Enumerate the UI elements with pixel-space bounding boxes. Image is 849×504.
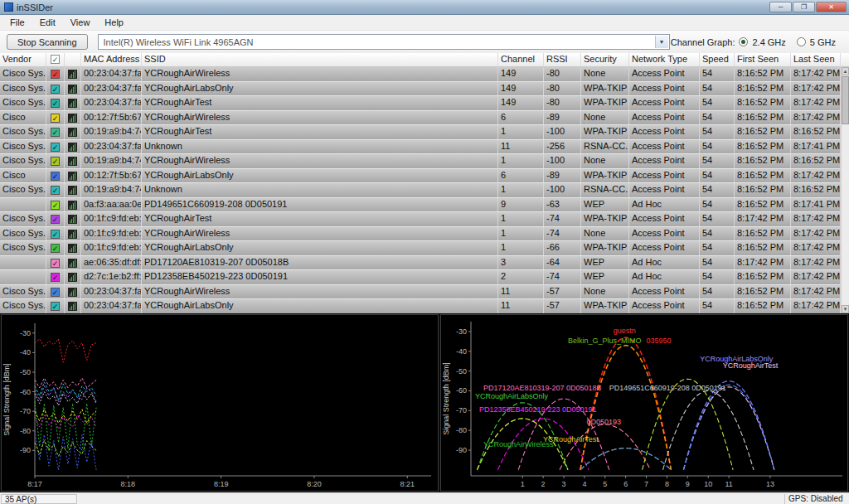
cell-first-seen: 8:16:52 PM: [735, 183, 791, 197]
signal-icon: [65, 270, 81, 284]
table-row[interactable]: Cisco✓00:12:7f:5b:67:e1YCRoughAirLabsOnl…: [0, 169, 849, 184]
network-checkbox[interactable]: ✓: [46, 299, 65, 313]
menu-help[interactable]: Help: [97, 16, 131, 29]
scrollbar-thumb[interactable]: [842, 76, 849, 124]
network-checkbox[interactable]: ✓: [46, 140, 65, 154]
table-row[interactable]: Cisco Sys...✓00:23:04:37:fa:6dYCRoughAir…: [0, 96, 849, 111]
table-row[interactable]: Cisco Sys...✓00:19:a9:b4:74:...YCRoughAi…: [0, 154, 849, 169]
inssider-window: inSSIDer ─ ❐ ✕ File Edit View Help Stop …: [0, 0, 849, 504]
cell-mac: 00:23:04:37:fa:60: [81, 285, 142, 299]
column-header-rssi[interactable]: RSSI: [544, 53, 581, 66]
svg-text:-80: -80: [20, 427, 31, 435]
svg-text:-80: -80: [456, 426, 467, 434]
table-row[interactable]: Cisco Sys...✓00:23:04:37:fa:6fYCRoughAir…: [0, 67, 849, 82]
cell-mac: 0a:f3:aa:aa:0e:03: [81, 198, 142, 212]
network-checkbox[interactable]: ✓: [46, 285, 65, 299]
cell-network-type: Access Point: [629, 154, 700, 168]
column-header-network-type[interactable]: Network Type: [629, 53, 700, 66]
column-header-speed[interactable]: Speed: [700, 53, 735, 66]
cell-first-seen: 8:16:52 PM: [735, 125, 791, 139]
column-header-security[interactable]: Security: [581, 53, 629, 66]
menu-file[interactable]: File: [2, 16, 32, 29]
minimize-button[interactable]: ─: [769, 2, 792, 12]
network-checkbox[interactable]: ✓: [46, 67, 65, 81]
network-checkbox[interactable]: ✓: [46, 198, 65, 212]
column-header-mac-address[interactable]: MAC Address: [81, 53, 142, 66]
network-checkbox[interactable]: ✓: [46, 82, 65, 96]
cell-last-seen: 8:17:42 PM: [791, 82, 841, 96]
column-header-col2[interactable]: [65, 53, 81, 66]
radio-5ghz-label: 5 GHz: [810, 37, 836, 47]
cell-first-seen: 8:16:52 PM: [735, 241, 791, 255]
table-row[interactable]: ✓0a:f3:aa:aa:0e:03PD149651C660919-208 0D…: [0, 198, 849, 213]
column-header-last-seen[interactable]: Last Seen: [791, 53, 841, 66]
svg-text:-70: -70: [456, 406, 467, 414]
cell-network-type: Access Point: [629, 241, 700, 255]
svg-text:3: 3: [561, 480, 565, 488]
column-header-vendor[interactable]: Vendor: [0, 53, 46, 66]
radio-5ghz[interactable]: [797, 37, 806, 46]
signal-icon: [65, 140, 81, 154]
cell-ssid: PD149651C660919-208 0D050191: [142, 198, 498, 212]
cell-channel: 3: [498, 256, 544, 270]
table-row[interactable]: Cisco Sys...✓00:23:04:37:fa:61YCRoughAir…: [0, 299, 849, 313]
network-checkbox[interactable]: ✓: [46, 96, 65, 110]
scroll-down-icon[interactable]: ▼: [842, 305, 849, 313]
cell-speed: 54: [700, 140, 735, 154]
table-row[interactable]: Cisco Sys...✓00:19:a9:b4:74...Unknown1-1…: [0, 183, 849, 198]
radio-24ghz[interactable]: [739, 37, 748, 46]
svg-text:8:20: 8:20: [307, 480, 322, 488]
table-row[interactable]: Cisco Sys...✓00:23:04:37:fa:6eYCRoughAir…: [0, 82, 849, 97]
network-checkbox[interactable]: ✓: [46, 111, 65, 125]
svg-text:6: 6: [623, 480, 628, 488]
column-header-first-seen[interactable]: First Seen: [735, 53, 791, 66]
cell-security: None: [581, 67, 629, 81]
adapter-dropdown[interactable]: Intel(R) Wireless WiFi Link 4965AGN ▼: [98, 34, 670, 50]
chevron-down-icon[interactable]: ▼: [655, 36, 668, 48]
network-checkbox[interactable]: ✓: [46, 183, 65, 197]
signal-icon: [65, 154, 81, 168]
table-row[interactable]: Cisco Sys...✓00:19:a9:b4:74:...YCRoughAi…: [0, 125, 849, 140]
svg-text:-60: -60: [20, 388, 31, 396]
cell-network-type: Access Point: [629, 299, 700, 313]
stop-scanning-button[interactable]: Stop Scanning: [7, 34, 88, 50]
radio-24ghz-label: 2.4 GHz: [752, 37, 785, 47]
network-checkbox[interactable]: ✓: [46, 256, 65, 270]
network-checkbox[interactable]: ✓: [46, 212, 65, 226]
menu-edit[interactable]: Edit: [32, 16, 63, 29]
time-graph: -30-40-50-60-70-80-90Signal Strength [dB…: [2, 315, 438, 491]
table-row[interactable]: Cisco Sys...✓00:23:04:37:fa:60YCRoughAir…: [0, 285, 849, 300]
signal-icon: [65, 241, 81, 255]
table-row[interactable]: ✓d2:7c:1e:b2:ff:51PD12358EB450219-223 0D…: [0, 270, 849, 285]
table-row[interactable]: ✓ae:06:35:df:df:e3PD17120AE810319-207 0D…: [0, 256, 849, 271]
network-checkbox[interactable]: ✓: [46, 169, 65, 183]
table-row[interactable]: Cisco✓00:12:7f:5b:67:e0YCRoughAirWireles…: [0, 111, 849, 126]
svg-text:-50: -50: [456, 367, 467, 376]
graphs-area: -30-40-50-60-70-80-90Signal Strength [dB…: [0, 313, 849, 492]
table-row[interactable]: Cisco Sys...✓00:1f:c9:fd:eb:c0YCRoughAir…: [0, 227, 849, 242]
table-scrollbar[interactable]: ▲ ▼: [841, 67, 849, 313]
svg-text:-90: -90: [456, 446, 467, 454]
table-row[interactable]: Cisco Sys...✓00:23:04:37:fa:63Unknown11-…: [0, 140, 849, 155]
close-button[interactable]: ✕: [816, 2, 847, 12]
cell-last-seen: 8:16:52 PM: [791, 154, 841, 168]
scroll-up-icon[interactable]: ▲: [842, 67, 849, 75]
column-header-channel[interactable]: Channel: [498, 53, 544, 66]
network-checkbox[interactable]: ✓: [46, 241, 65, 255]
cell-security: None: [581, 111, 629, 125]
signal-icon: [65, 227, 81, 241]
cell-channel: 2: [498, 270, 544, 284]
maximize-button[interactable]: ❐: [793, 2, 815, 12]
column-header-col1[interactable]: ✓: [46, 53, 65, 66]
menu-view[interactable]: View: [63, 16, 98, 29]
table-row[interactable]: Cisco Sys...✓00:1f:c9:fd:eb:c2YCRoughAir…: [0, 212, 849, 227]
network-checkbox[interactable]: ✓: [46, 270, 65, 284]
network-checkbox[interactable]: ✓: [46, 125, 65, 139]
column-header-ssid[interactable]: SSID: [142, 53, 498, 66]
table-row[interactable]: Cisco Sys...✓00:1f:c9:fd:eb:c1YCRoughAir…: [0, 241, 849, 256]
network-checkbox[interactable]: ✓: [46, 154, 65, 168]
gps-status: GPS: Disabled: [784, 494, 849, 504]
network-checkbox[interactable]: ✓: [46, 227, 65, 241]
cell-ssid: YCRoughAirTest: [142, 212, 498, 226]
signal-icon: [65, 299, 81, 313]
